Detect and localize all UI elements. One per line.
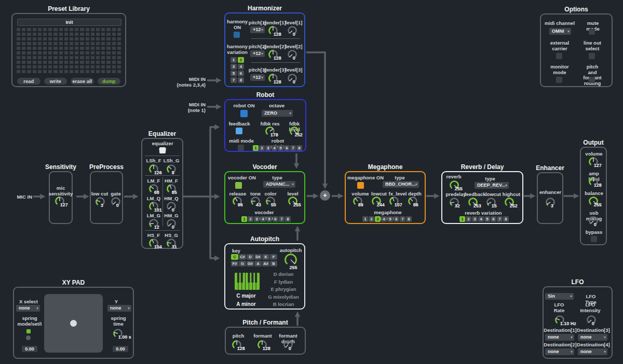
preset-slot[interactable] [17,70,20,73]
preset-slot[interactable] [64,65,68,68]
preset-slot[interactable] [91,51,94,54]
preset-slot[interactable] [106,56,110,59]
balance-knob[interactable]: 255 [588,196,599,206]
preset-slot[interactable] [112,65,116,68]
preset-slot[interactable] [70,70,73,73]
variation-button[interactable]: 5 [484,216,490,222]
preset-slot[interactable] [70,61,73,64]
preset-slot[interactable] [106,33,110,36]
read-button[interactable]: read [17,78,40,85]
preset-slot[interactable] [112,33,116,36]
preset-slot[interactable] [112,42,116,45]
variation-button[interactable]: 1 [253,145,259,151]
variation-button[interactable]: 3 [472,216,478,222]
level1-knob[interactable]: 0 [287,25,297,36]
pitch-knob[interactable]: 128 [232,340,242,350]
fx-level-knob[interactable]: 107 [389,196,399,206]
preset-slot[interactable] [53,47,57,50]
variation-button[interactable]: 6 [394,216,399,222]
preset-slot[interactable] [64,33,68,36]
preset-slot[interactable] [33,51,36,54]
preset-slot[interactable] [53,56,57,59]
preset-slot[interactable] [91,28,94,31]
preset-slot[interactable] [33,61,36,64]
megaphone-lowcut-knob[interactable]: 244 [371,196,382,206]
preset-slot[interactable] [27,56,31,59]
preset-slot[interactable] [101,56,105,59]
preset-slot[interactable] [117,61,121,64]
preset-slot[interactable] [48,51,52,54]
key-buttons-top-row[interactable]: CC#DD#EF [231,254,277,260]
harmony-variation-buttons[interactable]: 12345678 [231,57,244,83]
preset-slot[interactable] [33,33,36,36]
preset-slot[interactable] [33,56,36,59]
variation-button[interactable]: 2 [248,216,253,222]
preset-slot[interactable] [38,37,42,40]
preset-slot[interactable] [53,51,57,54]
preset-slot[interactable] [38,70,42,73]
preset-slot[interactable] [75,61,78,64]
preset-slot[interactable] [75,70,78,73]
variation-button[interactable]: C# [239,254,246,260]
reverb-variation-buttons[interactable]: 12345678 [459,216,509,222]
preset-slot[interactable] [86,51,89,54]
preset-slot[interactable] [48,37,52,40]
variation-button[interactable]: 5 [387,216,393,222]
vocoder-variation-buttons[interactable]: 12345678 [241,216,291,222]
variation-button[interactable]: 5 [231,71,237,76]
variation-button[interactable]: 1 [459,216,465,222]
amp-level-knob[interactable]: 128 [588,176,599,187]
preset-slot[interactable] [75,42,78,45]
preset-slot[interactable] [33,37,36,40]
highcut-knob[interactable]: 252 [504,197,514,207]
preset-slot[interactable] [80,42,84,45]
preset-slot[interactable] [53,33,57,36]
preset-slot[interactable] [96,61,100,64]
preset-slot[interactable] [117,51,121,54]
preset-slot[interactable] [17,56,20,59]
preset-slot[interactable] [112,61,116,64]
variation-button[interactable]: 2 [466,216,471,222]
preset-slot[interactable] [59,47,63,50]
preset-slot[interactable] [43,28,47,31]
preset-slot[interactable] [75,65,78,68]
preset-slot[interactable] [91,42,94,45]
preset-slot[interactable] [27,37,31,40]
preset-slot[interactable] [101,33,105,36]
preset-slot[interactable] [17,33,20,36]
lm-f-knob[interactable]: 68 [148,184,159,194]
robot-variation-buttons[interactable]: 12345678 [253,145,302,151]
preset-slot[interactable] [22,51,25,54]
harmony-on-toggle[interactable] [234,32,240,38]
preset-slot[interactable] [64,51,68,54]
preset-slot[interactable] [96,51,100,54]
preset-slot[interactable] [59,28,63,31]
preset-slot[interactable] [22,33,25,36]
preset-slot[interactable] [80,28,84,31]
gender2-knob[interactable]: 128 [268,49,278,60]
preset-slot[interactable] [17,37,20,40]
preset-slot[interactable] [101,61,105,64]
variation-button[interactable]: 8 [503,216,509,222]
variation-button[interactable]: A# [262,261,269,267]
preset-slot[interactable] [48,56,52,59]
preset-slot[interactable] [101,51,105,54]
fdbk-level-knob[interactable]: 252 [289,126,300,136]
line-out-select-toggle[interactable] [589,53,595,59]
destination2-dropdown[interactable]: none [545,348,574,355]
preset-slot[interactable] [17,28,20,31]
preset-slot[interactable] [101,37,105,40]
hm-g-knob[interactable]: 0 [166,218,177,229]
preset-slot[interactable] [53,61,57,64]
level3-knob[interactable]: 0 [287,73,297,83]
preset-slot[interactable] [106,70,110,73]
preset-slot[interactable] [64,42,68,45]
variation-button[interactable]: 3 [265,145,271,151]
variation-button[interactable]: 2 [369,216,374,222]
external-carrier-toggle[interactable] [556,53,562,59]
write-button[interactable]: write [44,78,67,85]
preset-slot[interactable] [33,65,36,68]
variation-button[interactable]: 6 [238,71,244,76]
preset-slot[interactable] [70,56,73,59]
preset-slot[interactable] [86,28,89,31]
